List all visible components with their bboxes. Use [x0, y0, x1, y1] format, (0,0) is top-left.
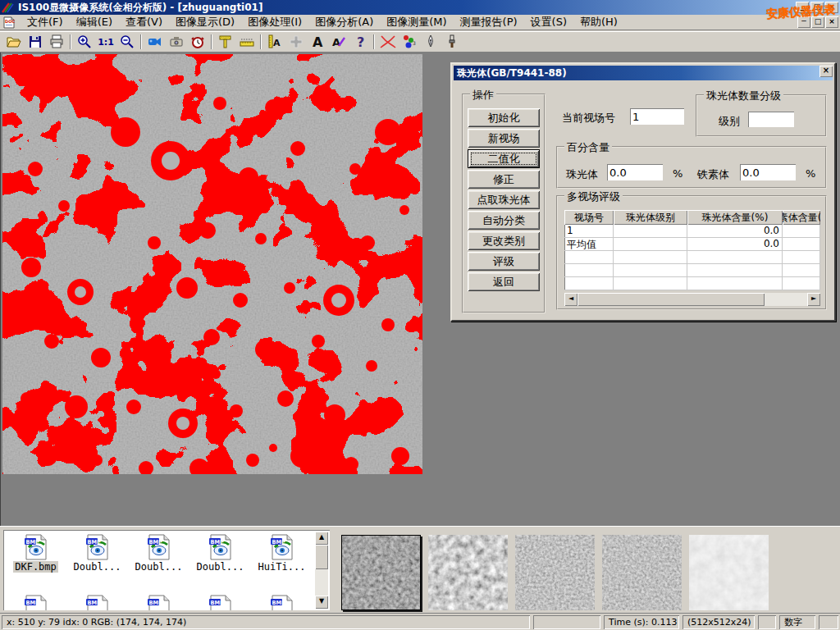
- col-pearlite-content[interactable]: 珠光体含量(%): [687, 210, 783, 225]
- toolbar-separator: [211, 34, 212, 49]
- change-class-button[interactable]: 更改类别: [468, 231, 540, 250]
- thumbnail-4[interactable]: [602, 535, 682, 610]
- col-ferrite-content[interactable]: 铁素体含量(%): [783, 210, 820, 225]
- zoom-in-button[interactable]: [74, 33, 95, 51]
- print-button[interactable]: [46, 33, 67, 51]
- file-browser[interactable]: BMP DKF.bmp BMP Doubl... BMP Doubl... BM…: [3, 530, 330, 610]
- table-row[interactable]: [564, 264, 820, 277]
- scroll-thumb[interactable]: [578, 293, 765, 306]
- table-row[interactable]: 平均值 0.0: [564, 238, 820, 251]
- new-field-button[interactable]: 新视场: [468, 129, 540, 148]
- table-horizontal-scrollbar[interactable]: ◄ ►: [564, 293, 820, 306]
- thumbnail-3[interactable]: [515, 535, 595, 610]
- toolbar-separator: [373, 34, 375, 49]
- current-field-input[interactable]: [630, 108, 684, 125]
- scroll-right-icon[interactable]: ►: [807, 293, 820, 306]
- dialog-close-button[interactable]: ×: [819, 66, 833, 77]
- pick-pearlite-button[interactable]: 点取珠光体: [468, 190, 540, 209]
- file-item[interactable]: BMP: [66, 592, 128, 610]
- pearlite-percent-input[interactable]: [607, 164, 663, 180]
- scroll-down-icon[interactable]: ▼: [315, 596, 328, 609]
- menu-image-analysis[interactable]: 图像分析(A): [308, 13, 380, 31]
- file-name[interactable]: DKF.bmp: [13, 561, 58, 573]
- minimize-button[interactable]: _: [796, 2, 809, 13]
- menu-image-display[interactable]: 图像显示(D): [169, 13, 241, 31]
- scroll-thumb[interactable]: [315, 545, 328, 569]
- cross-marker-button[interactable]: [285, 33, 307, 51]
- camera-icon: [168, 34, 185, 50]
- child-close-button[interactable]: ×: [825, 16, 838, 28]
- class-markers-button[interactable]: 3: [399, 33, 420, 51]
- caliper-button[interactable]: [215, 33, 236, 51]
- text-button[interactable]: A: [307, 33, 328, 51]
- scroll-up-icon[interactable]: ▲: [315, 532, 328, 545]
- auto-classify-button[interactable]: 自动分类: [468, 211, 540, 230]
- help-button[interactable]: ?: [349, 33, 371, 51]
- menu-edit[interactable]: 编辑(E): [70, 13, 119, 31]
- ferrite-percent-input[interactable]: [740, 164, 796, 180]
- cell: [564, 251, 614, 264]
- save-button[interactable]: [25, 33, 46, 51]
- svg-text:?: ?: [357, 34, 364, 50]
- actual-size-button[interactable]: 1:1: [95, 33, 116, 51]
- rating-table[interactable]: 视场号 珠光体级别 珠光体含量(%) 铁素体含量(%) 1 0.0 平均值 0.…: [564, 210, 820, 290]
- svg-text:BMP: BMP: [25, 600, 39, 606]
- initialize-button[interactable]: 初始化: [468, 108, 540, 127]
- file-item-dkf[interactable]: BMP DKF.bmp: [5, 532, 66, 573]
- thumbnail-2[interactable]: [428, 535, 508, 610]
- table-row[interactable]: [564, 277, 820, 290]
- child-minimize-button[interactable]: ─: [797, 16, 810, 28]
- scroll-left-icon[interactable]: ◄: [564, 293, 578, 306]
- file-name[interactable]: Doubl...: [134, 561, 185, 573]
- maximize-button[interactable]: □: [810, 2, 824, 13]
- open-button[interactable]: [3, 33, 25, 51]
- menu-image-measure[interactable]: 图像测量(M): [380, 13, 453, 31]
- file-item[interactable]: BMP: [189, 592, 251, 610]
- menu-image-processing[interactable]: 图像处理(I): [241, 13, 308, 31]
- ruler-button[interactable]: [236, 33, 258, 51]
- metallographic-image[interactable]: [2, 54, 422, 474]
- measure-text-button[interactable]: A: [264, 33, 285, 51]
- menu-help[interactable]: 帮助(H): [573, 13, 624, 31]
- text-edit-button[interactable]: A: [328, 33, 349, 51]
- file-item[interactable]: BMP: [251, 592, 313, 610]
- close-button[interactable]: ×: [825, 2, 838, 13]
- file-item[interactable]: BMP: [128, 592, 189, 610]
- file-item-double1[interactable]: BMP Doubl...: [66, 532, 128, 573]
- file-item-double3[interactable]: BMP Doubl...: [189, 532, 251, 573]
- table-row[interactable]: [564, 251, 820, 264]
- menu-file[interactable]: 文件(F): [21, 13, 70, 31]
- video-camera-button[interactable]: [144, 33, 166, 51]
- file-item[interactable]: BMP: [5, 592, 66, 610]
- file-name[interactable]: Doubl...: [72, 561, 123, 573]
- curve-measure-button[interactable]: [377, 33, 399, 51]
- rate-button[interactable]: 评级: [468, 252, 540, 271]
- file-item-huiti[interactable]: BMP HuiTi...: [251, 532, 313, 573]
- camera-button[interactable]: [166, 33, 187, 51]
- grade-input[interactable]: [748, 112, 794, 127]
- zoom-out-button[interactable]: [116, 33, 138, 51]
- multi-field-group-label: 多视场评级: [564, 189, 623, 204]
- menu-view[interactable]: 查看(V): [119, 13, 169, 31]
- file-vertical-scrollbar[interactable]: ▲ ▼: [315, 532, 328, 609]
- thumbnail-1[interactable]: [341, 535, 421, 610]
- col-pearlite-grade[interactable]: 珠光体级别: [614, 210, 687, 225]
- dialog-title-bar[interactable]: 珠光体(GB/T9441-88): [454, 66, 833, 80]
- file-name[interactable]: HuiTi...: [257, 561, 308, 573]
- pen-button[interactable]: [420, 33, 441, 51]
- child-restore-button[interactable]: □: [811, 16, 824, 28]
- menu-settings[interactable]: 设置(S): [524, 13, 573, 31]
- file-name[interactable]: Doubl...: [195, 561, 246, 573]
- brush-button[interactable]: [441, 33, 463, 51]
- correct-button[interactable]: 修正: [468, 170, 540, 189]
- timer-button[interactable]: [187, 33, 208, 51]
- document-icon[interactable]: DOC: [3, 16, 16, 29]
- return-button[interactable]: 返回: [468, 272, 540, 291]
- menu-measure-report[interactable]: 测量报告(P): [454, 13, 524, 31]
- thumbnail-5[interactable]: [689, 535, 769, 610]
- binarize-button[interactable]: 二值化: [468, 149, 540, 168]
- file-item-double2[interactable]: BMP Doubl...: [128, 532, 189, 573]
- scroll-track[interactable]: [578, 293, 807, 306]
- table-row[interactable]: 1 0.0: [564, 225, 820, 238]
- col-field-number[interactable]: 视场号: [564, 210, 614, 225]
